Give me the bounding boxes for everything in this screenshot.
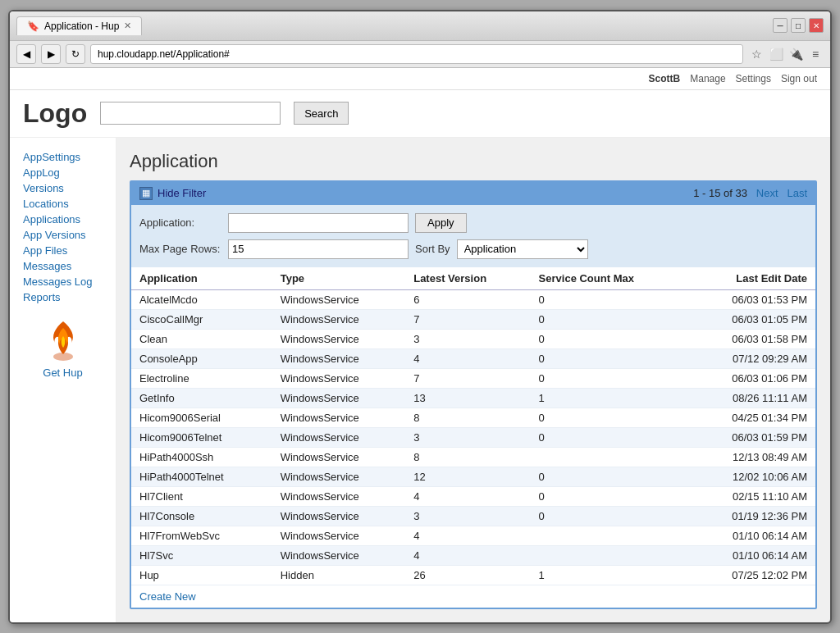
table-row: AlcatelMcdo WindowsService 6 0 06/03 01:… [131,289,815,309]
table-row: GetInfo WindowsService 13 1 08/26 11:11 … [131,388,815,408]
sort-by-label: Sort By [415,243,450,255]
sidebar-item-messageslog[interactable]: Messages Log [23,276,103,288]
cell-service-count [531,526,687,545]
cell-application: HiPath4000Ssh [131,447,272,467]
search-input[interactable] [100,102,281,125]
cell-version: 3 [405,427,530,447]
max-rows-input[interactable] [228,239,409,259]
search-button[interactable]: Search [294,102,349,125]
maximize-button[interactable]: □ [791,18,806,33]
cell-last-edit: 02/15 11:10 AM [687,486,815,506]
cell-last-edit: 06/03 01:53 PM [687,289,815,309]
applications-table: Application Type Latest Version Service … [131,267,815,585]
cell-application: Hl7Console [131,506,272,526]
get-hup-link[interactable]: Get Hup [23,367,103,379]
sidebar-item-appfiles[interactable]: App Files [23,244,103,257]
username-label: ScottB [649,73,681,84]
bookmark-icon[interactable]: ☆ [748,46,765,62]
table-row: Electroline WindowsService 7 0 06/03 01:… [131,368,815,388]
cell-application: HiPath4000Telnet [131,467,272,486]
table-wrapper: Application Type Latest Version Service … [131,267,815,608]
cell-type: WindowsService [272,526,406,545]
cell-type: WindowsService [272,447,406,467]
back-button[interactable]: ◀ [16,44,36,64]
sidebar-item-appsettings[interactable]: AppSettings [23,151,103,163]
address-bar[interactable] [90,44,743,64]
cell-service-count: 0 [531,467,687,486]
cell-version: 12 [405,467,530,486]
sidebar-item-appversions[interactable]: App Versions [23,229,103,241]
application-filter-input[interactable] [228,213,409,233]
sidebar-item-reports[interactable]: Reports [23,291,103,303]
browser-tab[interactable]: 🔖 Application - Hup ✕ [16,16,142,35]
cell-type: WindowsService [272,368,406,388]
cell-type: WindowsService [272,486,406,506]
max-rows-label: Max Page Rows: [139,243,221,255]
sidebar-item-messages[interactable]: Messages [23,260,103,272]
create-new-link[interactable]: Create New [131,585,204,608]
cell-service-count: 0 [531,348,687,368]
main-content: Application ▦ Hide Filter 1 - 15 of 33 N… [116,138,830,622]
cell-service-count: 0 [531,427,687,447]
cell-application: Clean [131,329,272,348]
table-header-row: Application Type Latest Version Service … [131,267,815,290]
table-row: Hl7Console WindowsService 3 0 01/19 12:3… [131,506,815,526]
signout-link[interactable]: Sign out [781,73,817,84]
cell-application: GetInfo [131,388,272,408]
filter-body: Application: Apply Max Page Rows: Sort B… [131,205,815,267]
menu-icon[interactable]: ≡ [807,46,824,62]
cell-application: Hicom9006Serial [131,408,272,427]
hide-filter-link[interactable]: Hide Filter [158,187,206,199]
apply-button[interactable]: Apply [415,213,467,233]
title-bar: 🔖 Application - Hup ✕ ─ □ ✕ [10,11,830,41]
cell-application: Hl7Client [131,486,272,506]
last-page-link[interactable]: Last [787,187,807,199]
window-controls: ─ □ ✕ [773,18,824,33]
col-last-edit: Last Edit Date [687,267,815,290]
cell-version: 6 [405,289,530,309]
col-application: Application [131,267,272,290]
manage-link[interactable]: Manage [690,73,725,84]
cell-type: WindowsService [272,467,406,486]
sidebar-item-applog[interactable]: AppLog [23,166,103,179]
tab-close-button[interactable]: ✕ [124,20,131,31]
forward-button[interactable]: ▶ [41,44,61,64]
cell-version: 3 [405,329,530,348]
cell-service-count [531,545,687,565]
filter-panel: ▦ Hide Filter 1 - 15 of 33 Next Last App [130,180,817,609]
col-service-count: Service Count Max [531,267,687,290]
table-row: CiscoCallMgr WindowsService 7 0 06/03 01… [131,309,815,329]
cell-last-edit: 07/25 12:02 PM [687,565,815,585]
cell-application: Hicom9006Telnet [131,427,272,447]
page-layout: AppSettings AppLog Versions Locations Ap… [10,138,830,622]
cell-last-edit: 12/13 08:49 AM [687,447,815,467]
extensions-icon[interactable]: 🔌 [788,46,804,62]
cell-last-edit: 12/02 10:06 AM [687,467,815,486]
tab-favicon: 🔖 [27,20,39,32]
sort-by-select[interactable]: Application Type Latest Version Last Edi… [457,239,588,259]
sidebar-item-versions[interactable]: Versions [23,182,103,194]
nav-icons: ☆ ⬜ 🔌 ≡ [748,46,824,62]
cell-type: WindowsService [272,427,406,447]
col-latest-version: Latest Version [405,267,530,290]
cell-version: 13 [405,388,530,408]
next-page-link[interactable]: Next [756,187,778,199]
sidebar-item-locations[interactable]: Locations [23,198,103,210]
minimize-button[interactable]: ─ [773,18,788,33]
sidebar-item-applications[interactable]: Applications [23,213,103,225]
application-filter-label: Application: [139,216,221,229]
window-icon[interactable]: ⬜ [768,46,784,62]
user-links: ScottB Manage Settings Sign out [649,73,817,84]
close-button[interactable]: ✕ [809,18,824,33]
refresh-button[interactable]: ↻ [66,44,85,64]
cell-version: 8 [405,447,530,467]
page-title: Application [130,151,817,172]
table-row: Hup Hidden 26 1 07/25 12:02 PM [131,565,815,585]
settings-link[interactable]: Settings [736,73,771,84]
cell-last-edit: 08/26 11:11 AM [687,388,815,408]
cell-last-edit: 01/10 06:14 AM [687,526,815,545]
cell-type: WindowsService [272,289,406,309]
cell-version: 4 [405,526,530,545]
table-row: Hl7Svc WindowsService 4 01/10 06:14 AM [131,545,815,565]
table-row: Hicom9006Serial WindowsService 8 0 04/25… [131,408,815,427]
